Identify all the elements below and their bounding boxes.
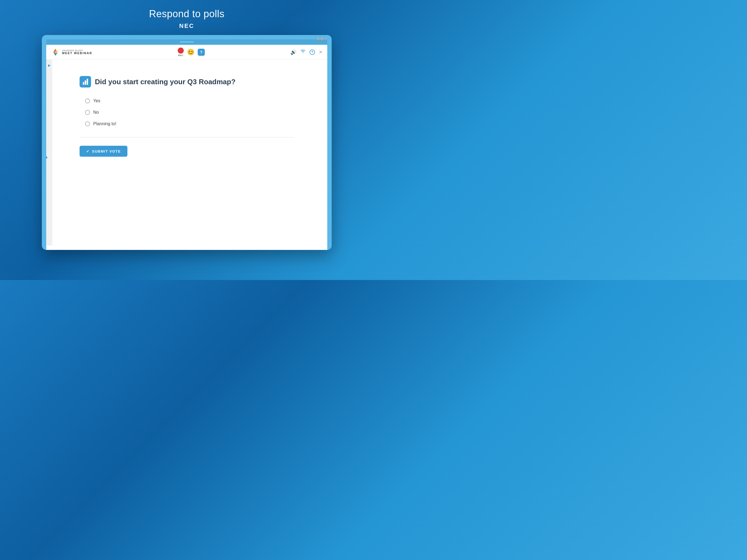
logo-product: MEET WEBINAR [62,51,92,55]
poll-option-yes[interactable]: Yes [85,98,294,103]
status-icon-row: 🔊 ? ✕ [290,49,323,55]
emoji-reaction-button[interactable]: 😊 [187,49,195,56]
univerge-logo-icon [51,48,60,57]
sidebar-toggle[interactable]: ▶ [46,59,52,246]
poll-options: Yes No Planning to! [85,98,294,126]
poll-icon [80,76,91,87]
close-icon[interactable]: ✕ [319,50,323,55]
main-content-area: Did you start creating your Q3 Roadmap? … [52,59,327,246]
poll-header: Did you start creating your Q3 Roadmap? [80,76,294,87]
poll-option-planning[interactable]: Planning to! [85,121,294,126]
submit-vote-label: SUBMIT VOTE [92,149,121,153]
app-right-icons: 🔊 ? ✕ [290,49,323,55]
radio-yes[interactable] [85,98,90,103]
option-planning-label: Planning to! [93,121,117,126]
bar-2 [85,80,86,85]
screen-outer: UNIVERGE BLUE® MEET WEBINAR REC 😊 ? [42,35,332,250]
app-header: UNIVERGE BLUE® MEET WEBINAR REC 😊 ? [46,45,327,59]
logo-text: UNIVERGE BLUE® MEET WEBINAR [62,50,92,55]
poll-option-no[interactable]: No [85,110,294,115]
info-icon[interactable]: ? [310,50,315,55]
app-logo: UNIVERGE BLUE® MEET WEBINAR [51,48,92,57]
submit-check-icon: ✓ [86,149,90,153]
wifi-icon [300,49,306,55]
option-no-label: No [93,110,99,115]
poll-question: Did you start creating your Q3 Roadmap? [95,78,235,86]
top-bar-dot [180,41,194,43]
volume-icon[interactable]: 🔊 [290,49,297,55]
svg-point-6 [303,52,303,53]
page-header: Respond to polls NEC [149,0,225,29]
submit-vote-button[interactable]: ✓ SUBMIT VOTE [80,146,127,157]
nec-logo: NEC [149,22,225,29]
bar-1 [83,82,84,85]
option-yes-label: Yes [93,98,100,103]
laptop-top-bar [46,40,327,44]
radio-no[interactable] [85,110,90,115]
laptop-frame: UNIVERGE BLUE® MEET WEBINAR REC 😊 ? [42,35,332,250]
bar-3 [87,79,88,85]
page-title: Respond to polls [149,8,225,20]
sidebar-area: ▶ Did you s [46,59,327,246]
toggle-arrow-icon: ▶ [48,63,51,67]
radio-planning[interactable] [85,121,90,126]
rec-button[interactable]: REC [178,48,184,57]
poll-bars-icon [83,79,88,85]
poll-divider [80,137,294,137]
logo-brand: UNIVERGE BLUE® [62,50,92,51]
screen-content: UNIVERGE BLUE® MEET WEBINAR REC 😊 ? [46,45,327,250]
help-button[interactable]: ? [198,49,205,56]
app-center-icons: REC 😊 ? [178,48,205,57]
rec-indicator [178,48,184,54]
rec-label: REC [178,54,183,57]
